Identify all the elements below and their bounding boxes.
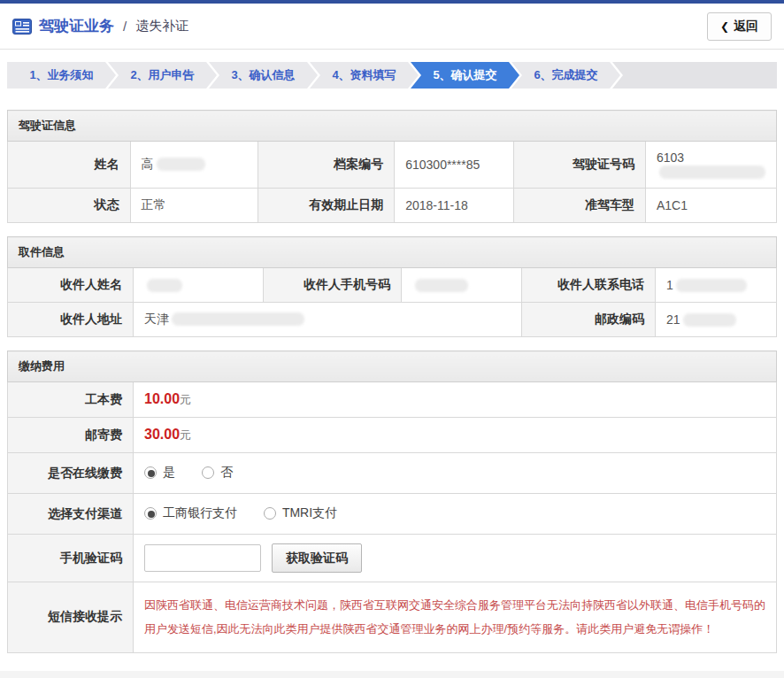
redaction-blur [659, 166, 765, 179]
step-1-business-notice[interactable]: 1、业务须知 [7, 62, 116, 89]
name-value: 高 [130, 142, 258, 189]
pickup-section-title: 取件信息 [8, 237, 777, 268]
redaction-blur [147, 279, 182, 292]
breadcrumb-separator: / [123, 19, 127, 34]
breadcrumb-current: 遗失补证 [135, 18, 188, 35]
recipient-name-value [134, 268, 264, 303]
recipient-address-value: 天津 [134, 303, 522, 337]
file-number-value: 610300****85 [395, 142, 514, 189]
step-progress-bar: 1、业务须知 2、用户申告 3、确认信息 4、资料填写 5、确认提交 6、完成提… [7, 62, 777, 89]
license-number-value: 6103 [646, 142, 777, 189]
payment-section-title: 缴纳费用 [8, 351, 777, 382]
redaction-blur [157, 158, 205, 171]
back-button[interactable]: ❮ 返回 [707, 12, 772, 41]
postage-fee-value: 30.00元 [134, 418, 777, 453]
redaction-blur [172, 312, 304, 326]
recipient-phone-value: 1 [656, 268, 777, 303]
sms-code-label: 手机验证码 [8, 535, 134, 582]
status-label: 状态 [8, 189, 131, 223]
radio-selected-icon [144, 507, 157, 520]
sms-notice-text: 因陕西省联通、电信运营商技术问题，陕西省互联网交通安全综合服务管理平台无法向持陕… [134, 582, 777, 653]
online-payment-options: 是 否 [134, 453, 777, 494]
step-2-user-declaration[interactable]: 2、用户申告 [108, 62, 217, 89]
radio-channel-tmri[interactable]: TMRI支付 [264, 505, 337, 521]
vehicle-class-label: 准驾车型 [514, 189, 646, 223]
name-label: 姓名 [8, 142, 131, 189]
step-3-confirm-info[interactable]: 3、确认信息 [209, 62, 318, 89]
postage-fee-label: 邮寄费 [8, 418, 134, 453]
redaction-blur [676, 279, 747, 292]
redaction-blur [683, 313, 736, 327]
license-section-title: 驾驶证信息 [8, 111, 777, 142]
expiry-date-label: 有效期止日期 [258, 189, 395, 223]
radio-unselected-icon [264, 507, 276, 520]
license-info-section: 驾驶证信息 姓名 高 档案编号 610300****85 驾驶证号码 6103 … [7, 110, 777, 223]
step-4-fill-data[interactable]: 4、资料填写 [310, 62, 419, 89]
form-icon [12, 19, 32, 35]
table-row: 收件人地址 天津 邮政编码 21 [8, 303, 777, 337]
pickup-info-section: 取件信息 收件人姓名 收件人手机号码 收件人联系电话 1 收件人地址 天津 邮政… [7, 236, 777, 337]
license-number-label: 驾驶证号码 [514, 142, 646, 189]
page-header: 驾驶证业务 / 遗失补证 ❮ 返回 [0, 4, 784, 50]
table-row: 状态 正常 有效期止日期 2018-11-18 准驾车型 A1C1 [8, 189, 777, 223]
recipient-mobile-label: 收件人手机号码 [264, 268, 402, 303]
page-title: 驾驶证业务 [39, 16, 114, 36]
recipient-phone-label: 收件人联系电话 [522, 268, 656, 303]
step-6-complete-submit[interactable]: 6、完成提交 [511, 62, 620, 89]
status-value: 正常 [130, 189, 258, 223]
table-row: 工本费 10.00元 [8, 382, 777, 418]
table-row: 姓名 高 档案编号 610300****85 驾驶证号码 6103 [8, 142, 777, 189]
postal-code-label: 邮政编码 [522, 303, 656, 337]
radio-online-no[interactable]: 否 [202, 465, 233, 481]
sms-code-input[interactable] [144, 544, 261, 572]
radio-unselected-icon [202, 466, 214, 479]
radio-channel-icbc[interactable]: 工商银行支付 [144, 505, 237, 521]
radio-online-yes[interactable]: 是 [144, 465, 175, 481]
cost-fee-value: 10.00元 [134, 382, 777, 418]
radio-selected-icon [144, 466, 157, 479]
table-row: 邮寄费 30.00元 [8, 418, 777, 453]
sms-notice-label: 短信接收提示 [8, 582, 134, 653]
online-payment-label: 是否在线缴费 [8, 453, 134, 494]
vehicle-class-value: A1C1 [646, 189, 777, 223]
back-chevron-icon: ❮ [720, 20, 729, 33]
expiry-date-value: 2018-11-18 [395, 189, 514, 223]
get-code-button[interactable]: 获取验证码 [272, 543, 362, 573]
payment-section: 缴纳费用 工本费 10.00元 邮寄费 30.00元 是否在线缴费 是 否 选择… [7, 351, 777, 653]
redaction-blur [415, 279, 468, 292]
table-row: 是否在线缴费 是 否 [8, 453, 777, 494]
payment-channel-label: 选择支付渠道 [8, 494, 134, 535]
table-row: 手机验证码 获取验证码 [8, 535, 777, 582]
cost-fee-label: 工本费 [8, 382, 134, 418]
recipient-name-label: 收件人姓名 [8, 268, 134, 303]
recipient-mobile-value [402, 268, 522, 303]
back-button-label: 返回 [734, 19, 758, 35]
table-row: 短信接收提示 因陕西省联通、电信运营商技术问题，陕西省互联网交通安全综合服务管理… [8, 582, 777, 653]
recipient-address-label: 收件人地址 [8, 303, 134, 337]
postal-code-value: 21 [656, 303, 777, 337]
sms-code-cell: 获取验证码 [134, 535, 777, 582]
footer-action-bar: 上一步 完成 [0, 671, 784, 678]
table-row: 选择支付渠道 工商银行支付 TMRI支付 [8, 494, 777, 535]
steps-tail [612, 62, 777, 89]
file-number-label: 档案编号 [258, 142, 395, 189]
payment-channel-options: 工商银行支付 TMRI支付 [134, 494, 777, 535]
step-5-confirm-submit[interactable]: 5、确认提交 [411, 62, 519, 89]
table-row: 收件人姓名 收件人手机号码 收件人联系电话 1 [8, 268, 777, 303]
